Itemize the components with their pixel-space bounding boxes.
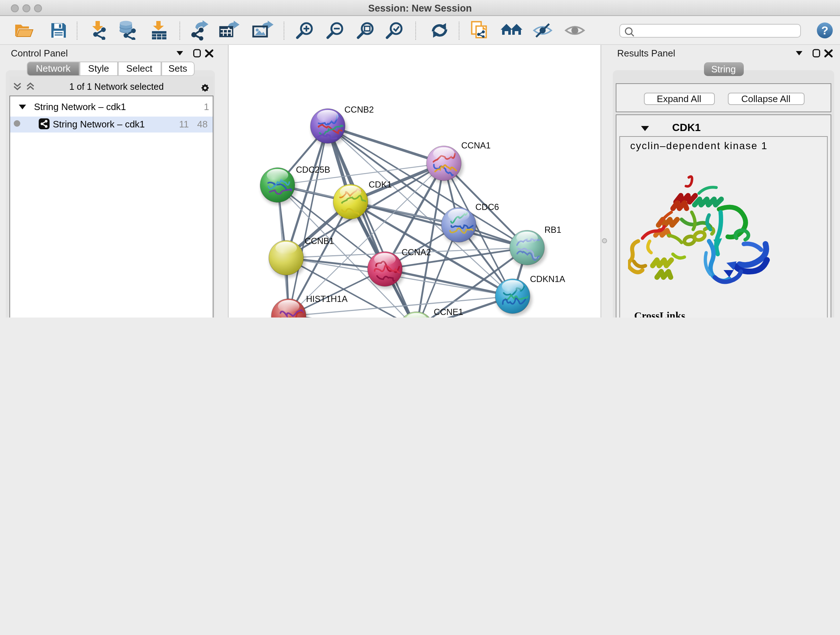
svg-text:CCNB1: CCNB1 [304,236,333,246]
svg-text:CDC25B: CDC25B [295,165,330,174]
svg-text:CCNB2: CCNB2 [344,105,373,114]
svg-text:CCNE1: CCNE1 [433,307,463,317]
svg-text:CDKN1A: CDKN1A [530,274,565,284]
svg-text:HIST1H1A: HIST1H1A [306,294,347,304]
svg-text:RB1: RB1 [544,225,561,234]
svg-text:CDC6: CDC6 [475,202,499,212]
svg-text:CCNA2: CCNA2 [401,247,431,257]
svg-text:CDK1: CDK1 [368,180,392,189]
svg-text:CCNA1: CCNA1 [461,141,490,150]
svg-text:?: ? [821,24,829,36]
